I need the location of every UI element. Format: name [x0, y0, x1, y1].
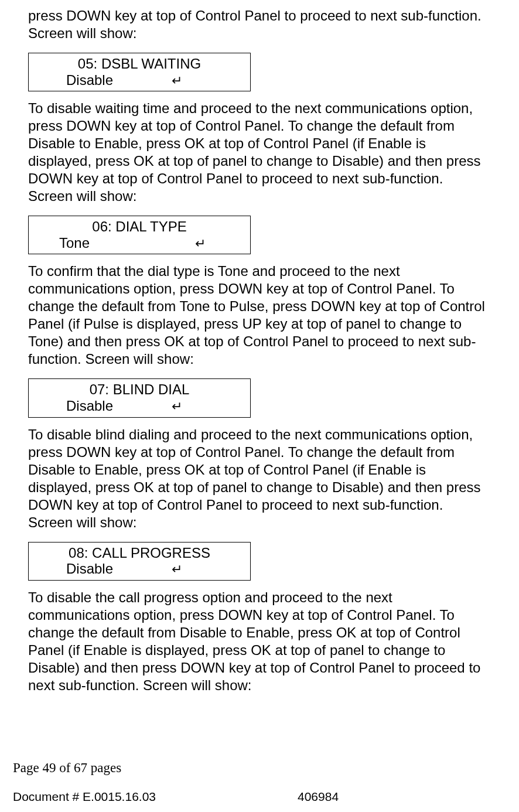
lcd-row: Disable ↵ [33, 398, 245, 414]
lcd-value: Disable [33, 561, 113, 577]
lcd-title: 08: CALL PROGRESS [33, 545, 245, 561]
lcd-display-06: 06: DIAL TYPE Tone ↵ [28, 216, 251, 254]
body-paragraph: To disable blind dialing and proceed to … [28, 426, 491, 531]
lcd-display-07: 07: BLIND DIAL Disable ↵ [28, 378, 251, 417]
enter-icon: ↵ [90, 236, 206, 251]
lcd-value: Disable [33, 72, 113, 88]
lcd-row: Disable ↵ [33, 561, 245, 577]
lcd-row: Disable ↵ [33, 72, 245, 88]
document-id: Document # E.0015.16.03 [13, 790, 156, 804]
lcd-title: 06: DIAL TYPE [33, 219, 245, 235]
intro-paragraph: press DOWN key at top of Control Panel t… [28, 7, 491, 42]
enter-icon: ↵ [113, 399, 182, 414]
enter-icon: ↵ [113, 562, 182, 576]
lcd-display-08: 08: CALL PROGRESS Disable ↵ [28, 542, 251, 581]
body-paragraph: To confirm that the dial type is Tone an… [28, 262, 491, 368]
enter-icon: ↵ [113, 73, 182, 88]
page-content: press DOWN key at top of Control Panel t… [0, 0, 519, 694]
lcd-value: Disable [33, 398, 113, 414]
body-paragraph: To disable the call progress option and … [28, 589, 491, 694]
lcd-display-05: 05: DSBL WAITING Disable ↵ [28, 53, 251, 91]
lcd-title: 07: BLIND DIAL [33, 381, 245, 398]
page-number: Page 49 of 67 pages [13, 760, 121, 776]
lcd-row: Tone ↵ [33, 235, 245, 251]
lcd-title: 05: DSBL WAITING [33, 56, 245, 72]
document-number: 406984 [298, 790, 339, 804]
lcd-value: Tone [33, 235, 90, 251]
body-paragraph: To disable waiting time and proceed to t… [28, 100, 491, 205]
